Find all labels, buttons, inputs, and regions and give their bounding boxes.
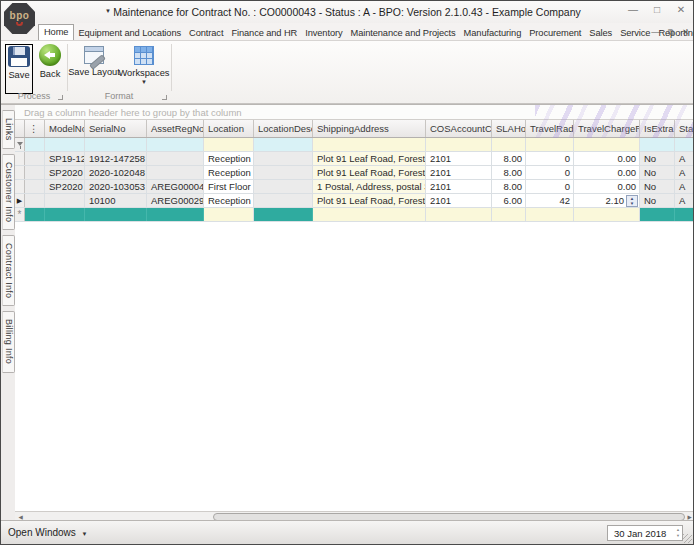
column-header-isextra[interactable]: IsExtra	[640, 120, 675, 137]
date-editor[interactable]: 30 Jan 2018 ▲ ▼	[607, 525, 683, 541]
mdi-minimize-button[interactable]: —	[651, 27, 660, 38]
cell-serialno[interactable]: 2020-102048	[85, 166, 147, 179]
ribbon-tab-manufacturing[interactable]: Manufacturing	[460, 26, 526, 40]
filter-cell-travelchargerate[interactable]	[574, 138, 640, 151]
cell-location[interactable]: Reception	[204, 152, 254, 165]
side-tab-customer-info[interactable]: Customer Info	[2, 154, 15, 230]
cell-serialno[interactable]: 2020-103053	[85, 180, 147, 193]
new-row-cell-status[interactable]	[675, 208, 694, 221]
cell-travelchargerate[interactable]: 2.10▲▼	[574, 194, 640, 207]
open-windows-button[interactable]: Open Windows ▼	[8, 527, 88, 538]
format-dialog-launcher[interactable]	[162, 95, 167, 100]
column-header-serialno[interactable]: SerialNo	[85, 120, 147, 137]
cell-locationdesc[interactable]	[254, 194, 313, 207]
save-button[interactable]: Save	[5, 44, 33, 94]
filter-cell-modelno[interactable]	[45, 138, 85, 151]
column-header-assetregno[interactable]: AssetRegNo	[147, 120, 204, 137]
minimize-button[interactable]: —	[626, 4, 640, 15]
column-header-cosaccountcode[interactable]: COSAccountCode	[426, 120, 492, 137]
filter-cell-col0[interactable]	[25, 138, 45, 151]
cell-assetregno[interactable]: AREG000290	[147, 194, 204, 207]
column-header-locationdesc[interactable]: LocationDesc	[254, 120, 313, 137]
ribbon-tab-contract[interactable]: Contract	[185, 26, 227, 40]
new-row-cell-serialno[interactable]	[85, 208, 147, 221]
cell-assetregno[interactable]: AREG000048	[147, 180, 204, 193]
ribbon-tab-inventory[interactable]: Inventory	[301, 26, 346, 40]
new-row-cell-cosaccountcode[interactable]	[426, 208, 492, 221]
cell-slahours[interactable]: 6.00	[492, 194, 526, 207]
column-header-status[interactable]: Status	[675, 120, 694, 137]
mdi-restore-button[interactable]: ⧉	[668, 27, 674, 38]
new-row-cell-assetregno[interactable]	[147, 208, 204, 221]
cell-col0[interactable]	[25, 152, 45, 165]
workspaces-button[interactable]: Workspaces ▼	[119, 44, 169, 94]
filter-cell-isextra[interactable]	[640, 138, 675, 151]
row-indicator[interactable]	[15, 180, 25, 193]
column-header-col0[interactable]: ⋮	[25, 120, 45, 137]
cell-locationdesc[interactable]	[254, 152, 313, 165]
cell-travelchargerate[interactable]: 0.00	[574, 180, 640, 193]
cell-status[interactable]: A	[675, 166, 694, 179]
cell-modelno[interactable]: SP2020	[45, 180, 85, 193]
ribbon-tab-equipment-and-locations[interactable]: Equipment and Locations	[74, 26, 185, 40]
column-header-shippingaddress[interactable]: ShippingAddress	[313, 120, 426, 137]
cell-location[interactable]: Reception	[204, 166, 254, 179]
new-row-cell-modelno[interactable]	[45, 208, 85, 221]
filter-cell-slahours[interactable]	[492, 138, 526, 151]
cell-serialno[interactable]: 1912-147258	[85, 152, 147, 165]
new-row-cell-isextra[interactable]	[640, 208, 675, 221]
new-row-cell-locationdesc[interactable]	[254, 208, 313, 221]
cell-travelradius[interactable]: 0	[526, 152, 574, 165]
row-indicator-current[interactable]: ▶	[15, 194, 25, 207]
cell-location[interactable]: First Floor	[204, 180, 254, 193]
group-by-panel[interactable]: Drag a column header here to group by th…	[15, 105, 694, 120]
cell-isextra[interactable]: No	[640, 194, 675, 207]
filter-cell-assetregno[interactable]	[147, 138, 204, 151]
side-tab-contract-info[interactable]: Contract Info	[2, 235, 15, 306]
filter-cell-locationdesc[interactable]	[254, 138, 313, 151]
cell-slahours[interactable]: 8.00	[492, 180, 526, 193]
ribbon-tab-service[interactable]: Service	[616, 26, 654, 40]
filter-cell-location[interactable]	[204, 138, 254, 151]
new-row-cell-location[interactable]	[204, 208, 254, 221]
column-header-travelchargerate[interactable]: TravelChargeRate	[574, 120, 640, 137]
back-button[interactable]: Back	[35, 44, 65, 94]
cell-col0[interactable]	[25, 166, 45, 179]
cell-slahours[interactable]: 8.00	[492, 152, 526, 165]
cell-isextra[interactable]: No	[640, 166, 675, 179]
save-layout-button[interactable]: Save Layout	[69, 44, 119, 94]
cell-isextra[interactable]: No	[640, 152, 675, 165]
column-header-location[interactable]: Location	[204, 120, 254, 137]
cell-serialno[interactable]: 10100	[85, 194, 147, 207]
maximize-button[interactable]: □	[650, 4, 664, 15]
ribbon-tab-sales[interactable]: Sales	[585, 26, 616, 40]
cell-locationdesc[interactable]	[254, 166, 313, 179]
close-button[interactable]: ✕	[674, 4, 688, 15]
process-dialog-launcher[interactable]	[58, 95, 63, 100]
spin-down-icon[interactable]: ▼	[627, 201, 637, 206]
side-tab-billing-info[interactable]: Billing Info	[2, 311, 15, 372]
cell-travelradius[interactable]: 0	[526, 180, 574, 193]
column-header-slahours[interactable]: SLAHours	[492, 120, 526, 137]
ribbon-tab-finance-and-hr[interactable]: Finance and HR	[227, 26, 301, 40]
row-indicator[interactable]	[15, 166, 25, 179]
date-spinner[interactable]: ▲ ▼	[676, 527, 680, 539]
new-row-cell-col0[interactable]	[25, 208, 45, 221]
spin-editor[interactable]: ▲▼	[626, 195, 638, 207]
cell-modelno[interactable]: SP19-12	[45, 152, 85, 165]
cell-travelradius[interactable]: 42	[526, 194, 574, 207]
cell-assetregno[interactable]	[147, 152, 204, 165]
cell-slahours[interactable]: 8.00	[492, 166, 526, 179]
filter-cell-cosaccountcode[interactable]	[426, 138, 492, 151]
cell-travelradius[interactable]: 0	[526, 166, 574, 179]
cell-shippingaddress[interactable]: Plot 91 Leaf Road, Forest Hills, ...	[313, 166, 426, 179]
cell-shippingaddress[interactable]: 1 Postal, Address, postal 3, pos...	[313, 180, 426, 193]
filter-cell-serialno[interactable]	[85, 138, 147, 151]
cell-assetregno[interactable]	[147, 166, 204, 179]
cell-isextra[interactable]: No	[640, 180, 675, 193]
new-row-cell-travelchargerate[interactable]	[574, 208, 640, 221]
cell-col0[interactable]	[25, 180, 45, 193]
ribbon-tab-maintenance-and-projects[interactable]: Maintenance and Projects	[347, 26, 460, 40]
cell-shippingaddress[interactable]: Plot 91 Leaf Road, Forest Hills, ...	[313, 194, 426, 207]
cell-location[interactable]: Reception	[204, 194, 254, 207]
